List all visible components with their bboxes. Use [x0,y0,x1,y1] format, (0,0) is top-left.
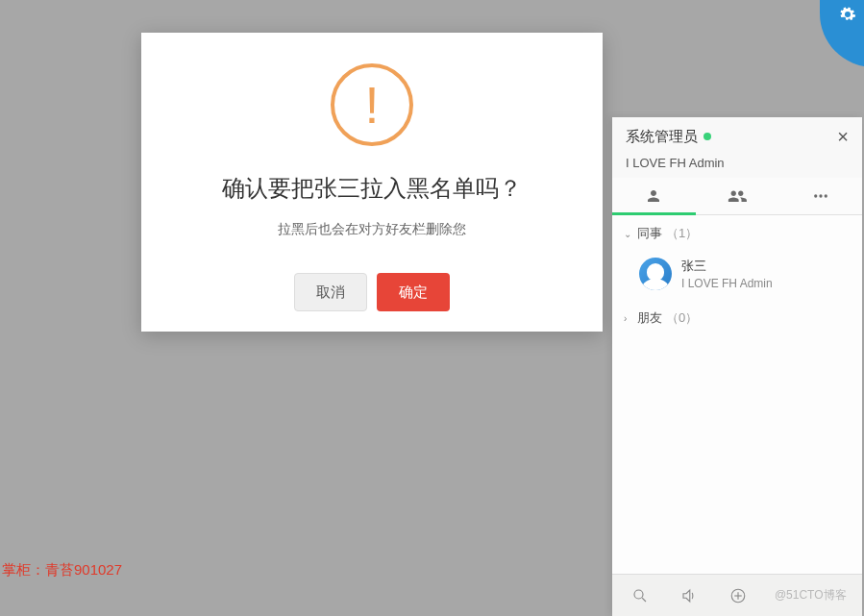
settings-corner[interactable] [829,0,864,58]
svg-point-2 [824,194,827,197]
chevron-down-icon: ⌄ [624,229,633,239]
confirm-button[interactable]: 确定 [377,273,450,311]
online-status-icon [704,133,711,140]
modal-title: 确认要把张三拉入黑名单吗？ [222,173,522,204]
chat-panel: 系统管理员 × I LOVE FH Admin ⌄ 同事 （1） 张三 I LO… [612,117,862,616]
tab-contacts[interactable] [612,178,696,214]
admin-status: I LOVE FH Admin [626,156,849,170]
group-name: 朋友 [637,309,662,327]
svg-point-3 [634,590,643,599]
sound-icon[interactable] [677,583,702,608]
add-icon[interactable] [726,583,751,608]
close-icon[interactable]: × [837,127,849,146]
group-count: （1） [666,225,698,242]
panel-header: 系统管理员 × I LOVE FH Admin [612,117,862,178]
tab-groups[interactable] [696,178,779,214]
panel-tabs [612,178,862,215]
group-header-friends[interactable]: › 朋友 （0） [612,300,862,336]
svg-point-0 [814,194,817,197]
chevron-right-icon: › [624,313,633,324]
watermark: @51CTO博客 [775,587,847,604]
group-header-colleagues[interactable]: ⌄ 同事 （1） [612,215,862,252]
contact-status: I LOVE FH Admin [681,277,773,290]
contact-name: 张三 [681,258,773,275]
person-icon [645,187,662,205]
gear-icon [839,6,856,23]
group-name: 同事 [637,225,662,242]
owner-label: 掌柜：青苔901027 [2,561,122,579]
admin-name: 系统管理员 [626,128,698,146]
modal-subtitle: 拉黑后也会在对方好友栏删除您 [278,221,466,238]
confirm-modal: ! 确认要把张三拉入黑名单吗？ 拉黑后也会在对方好友栏删除您 取消 确定 [141,33,603,332]
avatar [639,258,672,290]
warning-icon: ! [331,63,413,146]
tab-more[interactable] [778,178,862,214]
cancel-button[interactable]: 取消 [294,273,367,311]
group-count: （0） [666,309,698,327]
search-icon[interactable] [628,583,653,608]
svg-line-4 [643,598,647,602]
modal-buttons: 取消 确定 [294,273,450,311]
panel-footer: @51CTO博客 [612,574,862,616]
svg-point-1 [819,194,822,197]
ellipsis-icon [812,187,829,205]
contact-groups: ⌄ 同事 （1） 张三 I LOVE FH Admin › 朋友 （0） [612,215,862,574]
people-icon [727,187,748,205]
contact-item[interactable]: 张三 I LOVE FH Admin [612,252,862,300]
